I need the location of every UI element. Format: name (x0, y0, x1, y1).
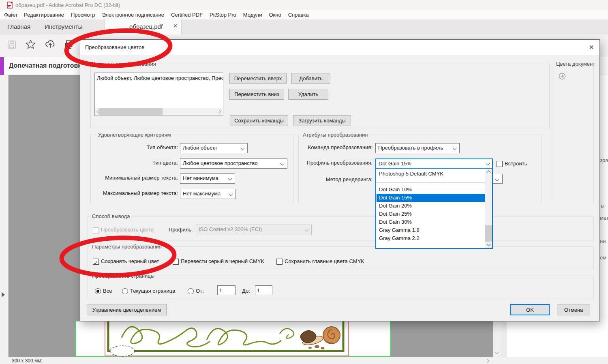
pages-all-radio[interactable] (95, 288, 101, 294)
menu-bar: Файл Редактирование Просмотр Электронное… (0, 10, 608, 19)
dropdown-option[interactable]: Dot Gain 10% (377, 186, 486, 194)
checkmark-icon: ✓ (94, 260, 98, 266)
menu-pitstop-pro[interactable]: PitStop Pro (210, 12, 236, 18)
gray-to-cmyk-checkbox[interactable] (173, 259, 179, 265)
tab-document[interactable]: образец.pdf × (105, 19, 182, 34)
ink-manager-button[interactable]: Управление цветоделением (87, 304, 167, 315)
pages-to-label: До: (242, 288, 250, 294)
conversion-command-label: Команда преобразования: (301, 144, 373, 150)
pages-current-radio[interactable] (122, 288, 128, 294)
scroll-down-icon[interactable] (495, 350, 499, 354)
dropdown-option[interactable]: Gray Gamma 2.2 (377, 234, 486, 242)
hscroll-right-icon[interactable] (217, 110, 221, 114)
menu-window[interactable]: Окно (269, 12, 281, 18)
object-type-select[interactable]: Любой объект (180, 143, 248, 153)
tab-bar: Главная Инструменты (0, 19, 608, 34)
cancel-button[interactable]: Отмена (557, 304, 590, 315)
move-up-button[interactable]: Переместить вверх (229, 73, 287, 84)
move-down-button[interactable]: Переместить вниз (229, 89, 284, 100)
expand-arrow-icon[interactable] (559, 73, 566, 80)
menu-certified-pdf[interactable]: Certified PDF (171, 12, 203, 18)
menu-esign[interactable]: Электронное подписание (102, 12, 164, 18)
params-group-label: Параметры преобразования (90, 244, 163, 250)
output-group-label: Способ вывода (90, 213, 131, 219)
conversion-profile-select[interactable]: Dot Gain 15% (375, 158, 493, 169)
nav-pane-expander-icon[interactable] (2, 292, 5, 297)
dropdown-option[interactable]: Photoshop 5 Default CMYK (377, 170, 486, 178)
page-to-input[interactable] (255, 285, 272, 295)
star-icon[interactable] (25, 39, 36, 50)
preserve-primaries-label[interactable]: Сохранить главные цвета CMYK (285, 258, 364, 264)
prepress-accent-bar (0, 57, 4, 75)
menu-edit[interactable]: Редактирование (24, 12, 64, 18)
status-bar: 300 x 300 мм (0, 357, 608, 364)
chevron-down-icon (280, 162, 285, 166)
color-type-select[interactable]: Любое цветовое пространство (180, 158, 287, 169)
print-icon[interactable] (63, 39, 74, 50)
menu-view[interactable]: Просмотр (71, 12, 95, 18)
embed-checkbox-label[interactable]: Встроить (505, 161, 527, 167)
color-conversion-dialog: Преобразование цветов × Команды преобраз… (80, 39, 600, 321)
pages-all-label[interactable]: Все (103, 288, 112, 294)
profile-dropdown-popup: Photoshop 5 Default CMYK Dot Gain 10% Do… (375, 168, 493, 249)
rendering-intent-select[interactable] (492, 174, 503, 184)
max-text-size-select[interactable]: Нет максимума (180, 189, 236, 199)
dropdown-option[interactable]: Dot Gain 25% (377, 210, 486, 218)
menu-file[interactable]: Файл (4, 12, 17, 18)
chevron-down-icon (486, 162, 490, 166)
dialog-titlebar: Преобразование цветов × (80, 40, 599, 55)
delete-button[interactable]: Удалить (288, 89, 328, 100)
share-cloud-icon[interactable] (45, 39, 56, 50)
save-icon[interactable] (7, 40, 17, 49)
tab-home[interactable]: Главная (7, 23, 30, 30)
chevron-down-icon (453, 146, 457, 150)
tab-close-icon[interactable]: × (173, 22, 177, 30)
panel-text-fragment: ы (601, 203, 604, 209)
dropdown-option[interactable]: Gray Gamma 1.8 (377, 226, 486, 234)
gray-to-cmyk-label[interactable]: Перевести серый в черный CMYK (181, 258, 264, 264)
menu-help[interactable]: Справка (288, 12, 309, 18)
conversion-command-select[interactable]: Преобразовать в профиль (375, 143, 460, 153)
hscroll-thumb[interactable] (99, 108, 163, 115)
dialog-close-icon[interactable]: × (589, 42, 594, 52)
dropdown-scrollbar[interactable] (485, 169, 492, 248)
menu-modules[interactable]: Модули (243, 12, 262, 18)
load-commands-button[interactable]: Загрузить команды (293, 115, 351, 126)
pages-current-label[interactable]: Текущая страница (130, 288, 175, 294)
chevron-down-icon (241, 146, 245, 150)
page-from-input[interactable] (217, 285, 235, 295)
dropdown-option[interactable]: Dot Gain 30% (377, 218, 486, 226)
max-text-size-label: Максимальный размер текста: (90, 190, 178, 196)
ok-button[interactable]: OK (510, 304, 550, 315)
commands-hscrollbar[interactable] (95, 108, 223, 115)
dropdown-option-selected[interactable]: Dot Gain 15% (377, 194, 486, 202)
commands-list[interactable]: Любой объект, Любое цветовое пространств… (94, 73, 223, 116)
color-type-label: Тип цвета: (90, 160, 178, 166)
chevron-down-icon (228, 177, 232, 181)
document-colors-group (552, 64, 594, 203)
pages-from-label[interactable]: От: (196, 288, 204, 294)
preserve-primaries-checkbox[interactable] (276, 259, 283, 265)
add-button[interactable]: Добавить (291, 73, 330, 84)
panel-separator (600, 189, 608, 189)
preserve-black-checkbox[interactable]: ✓ (93, 259, 99, 265)
criteria-group-label: Удовлетворяющие критериям (96, 132, 172, 138)
window-titlebar: образец.pdf - Adobe Acrobat Pro DC (32-b… (0, 0, 608, 10)
scroll-thumb[interactable] (485, 225, 492, 242)
convert-colors-label: Преобразовать цвета (101, 227, 154, 233)
scroll-down-icon[interactable] (487, 242, 491, 246)
screen: образец.pdf - Adobe Acrobat Pro DC (32-b… (0, 0, 608, 364)
commands-list-item[interactable]: Любой объект, Любое цветовое пространств… (97, 75, 223, 81)
tab-tools[interactable]: Инструменты (45, 23, 83, 30)
embed-checkbox[interactable] (497, 161, 503, 167)
preserve-black-label[interactable]: Сохранять черный цвет (101, 258, 159, 264)
save-commands-button[interactable]: Сохранить команды (230, 115, 288, 126)
hscroll-right-icon[interactable] (485, 359, 489, 363)
convert-colors-checkbox (93, 227, 99, 233)
panel-text-fragment: мет (600, 215, 608, 221)
pdf-page-artwork (73, 321, 393, 357)
scroll-up-icon[interactable] (487, 171, 491, 175)
pages-range-radio[interactable] (188, 288, 194, 294)
dropdown-option[interactable]: Dot Gain 20% (377, 202, 486, 210)
min-text-size-select[interactable]: Нет минимума (180, 173, 235, 184)
